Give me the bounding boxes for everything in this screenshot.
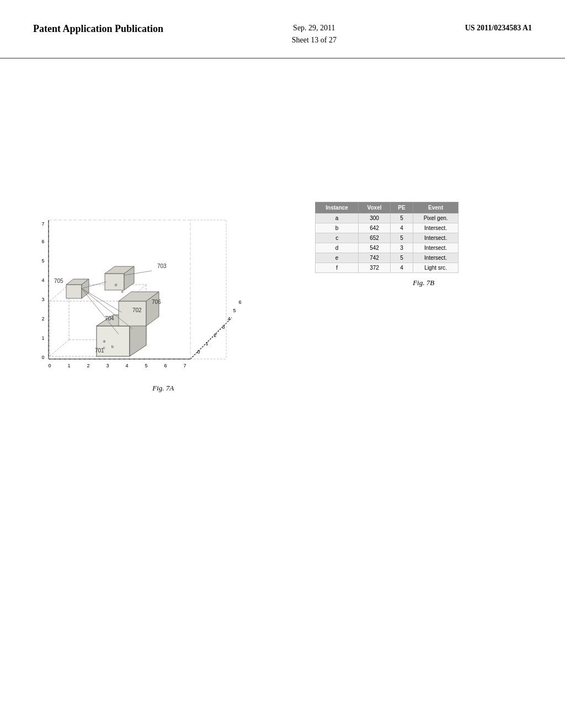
table-cell: b [316, 223, 359, 233]
svg-text:705: 705 [54, 278, 63, 284]
table-cell: Intersect. [413, 223, 458, 233]
fig7b-section: Instance Voxel PE Event a3005Pixel gen.b… [315, 202, 532, 287]
table-cell: Light src. [413, 263, 458, 272]
col-pe: PE [391, 202, 413, 213]
table-cell: 742 [359, 253, 391, 263]
svg-text:2: 2 [87, 363, 89, 368]
table-cell: d [316, 243, 359, 253]
svg-text:1: 1 [205, 341, 208, 346]
svg-text:702: 702 [132, 307, 142, 313]
table-cell: 4 [391, 223, 413, 233]
svg-text:7: 7 [41, 221, 44, 227]
table-row: f3724Light src. [316, 263, 459, 272]
svg-text:7: 7 [183, 363, 186, 368]
table-cell: a [316, 213, 359, 223]
table-row: c6525Intersect. [316, 233, 459, 243]
svg-text:706: 706 [152, 299, 161, 305]
svg-text:5: 5 [233, 308, 236, 313]
svg-text:b: b [111, 345, 114, 349]
svg-rect-41 [105, 274, 124, 290]
table-cell: Intersect. [413, 233, 458, 243]
table-cell: c [316, 233, 359, 243]
svg-text:5: 5 [145, 363, 147, 368]
svg-text:6: 6 [41, 239, 44, 244]
svg-line-48 [82, 288, 121, 312]
diagram-container: 0 1 2 3 4 5 6 7 0 1 2 3 4 5 6 7 0 1 [33, 202, 243, 378]
svg-text:3: 3 [106, 363, 109, 368]
table-cell: 5 [391, 253, 413, 263]
table-cell: e [316, 253, 359, 263]
fig7a-label: Fig. 7A [33, 384, 293, 393]
table-header-row: Instance Voxel PE Event [316, 202, 459, 213]
svg-text:5: 5 [41, 258, 44, 264]
svg-text:703: 703 [157, 263, 167, 269]
table-cell: 300 [359, 213, 391, 223]
table-row: d5423Intersect. [316, 243, 459, 253]
table-cell: 642 [359, 223, 391, 233]
table-row: e7425Intersect. [316, 253, 459, 263]
table-cell: Pixel gen. [413, 213, 458, 223]
svg-text:d: d [115, 283, 117, 287]
table-cell: Intersect. [413, 243, 458, 253]
fig7b-label: Fig. 7B [315, 279, 532, 287]
main-content: 0 1 2 3 4 5 6 7 0 1 2 3 4 5 6 7 0 1 [0, 169, 565, 415]
table-row: b6424Intersect. [316, 223, 459, 233]
svg-line-25 [190, 318, 232, 359]
svg-text:6: 6 [238, 299, 241, 305]
table-cell: 3 [391, 243, 413, 253]
svg-text:704: 704 [105, 315, 114, 322]
svg-text:4: 4 [41, 277, 44, 283]
svg-text:0: 0 [41, 355, 44, 360]
svg-rect-38 [119, 301, 146, 326]
svg-text:4: 4 [227, 316, 230, 322]
svg-text:2: 2 [41, 316, 44, 322]
table-row: a3005Pixel gen. [316, 213, 459, 223]
svg-text:e: e [121, 290, 124, 293]
svg-rect-44 [66, 285, 82, 298]
table-cell: 542 [359, 243, 391, 253]
svg-text:1: 1 [67, 363, 70, 368]
publication-date: Sep. 29, 2011 [293, 24, 335, 32]
table-cell: 5 [391, 213, 413, 223]
svg-text:3: 3 [41, 297, 44, 302]
table-cell: 4 [391, 263, 413, 272]
page-header: Patent Application Publication Sep. 29, … [0, 0, 565, 58]
table-cell: 652 [359, 233, 391, 243]
svg-text:1: 1 [41, 335, 44, 341]
patent-number: US 2011/0234583 A1 [465, 22, 532, 34]
svg-text:0: 0 [48, 363, 51, 368]
table-cell: Intersect. [413, 253, 458, 263]
svg-text:c: c [103, 346, 105, 350]
svg-line-29 [50, 340, 69, 356]
header-info: Sep. 29, 2011 Sheet 13 of 27 [292, 22, 337, 47]
table-cell: 5 [391, 233, 413, 243]
table-cell: f [316, 263, 359, 272]
fig7a-svg: 0 1 2 3 4 5 6 7 0 1 2 3 4 5 6 7 0 1 [33, 202, 243, 378]
fig7a-section: 0 1 2 3 4 5 6 7 0 1 2 3 4 5 6 7 0 1 [33, 202, 293, 393]
col-voxel: Voxel [359, 202, 391, 213]
table-cell: 372 [359, 263, 391, 272]
patent-title: Patent Application Publication [33, 22, 163, 36]
col-event: Event [413, 202, 458, 213]
svg-text:4: 4 [125, 363, 128, 368]
col-instance: Instance [316, 202, 359, 213]
sheet-info: Sheet 13 of 27 [292, 36, 337, 44]
svg-text:a: a [103, 339, 105, 343]
svg-text:0: 0 [197, 349, 200, 355]
svg-text:6: 6 [164, 363, 167, 368]
fig7b-table: Instance Voxel PE Event a3005Pixel gen.b… [315, 202, 459, 273]
